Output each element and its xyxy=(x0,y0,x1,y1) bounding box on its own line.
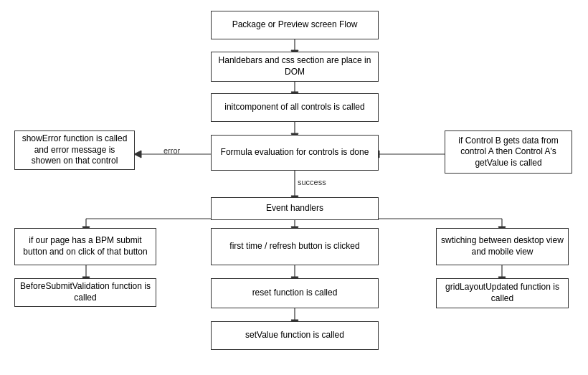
title-box: Package or Preview screen Flow xyxy=(211,11,379,39)
handlebars-box: Hanldebars and css section are place in … xyxy=(211,52,379,82)
switching-box: swtiching between desktop view and mobil… xyxy=(436,228,569,265)
error-label: error xyxy=(163,146,180,155)
formula-box: Formula evaluation for controls is done xyxy=(211,135,379,171)
grid-layout-box: gridLayoutUpdated function is called xyxy=(436,278,569,308)
svg-marker-7 xyxy=(134,151,141,158)
set-value-box: setValue function is called xyxy=(211,321,379,350)
event-handlers-box: Event handlers xyxy=(211,197,379,220)
flowchart: Package or Preview screen Flow Hanldebar… xyxy=(0,0,588,375)
bpm-page-box: if our page has a BPM submit button and … xyxy=(14,228,156,265)
show-error-box: showError function is called and error m… xyxy=(14,130,135,170)
reset-box: reset function is called xyxy=(211,278,379,308)
success-label: success xyxy=(298,178,326,186)
before-submit-box: BeforeSubmitValidation function is calle… xyxy=(14,278,156,307)
control-b-box: if Control B gets data from control A th… xyxy=(445,130,572,174)
first-time-box: first time / refresh button is clicked xyxy=(211,228,379,265)
initcomponent-box: initcomponent of all controls is called xyxy=(211,93,379,122)
